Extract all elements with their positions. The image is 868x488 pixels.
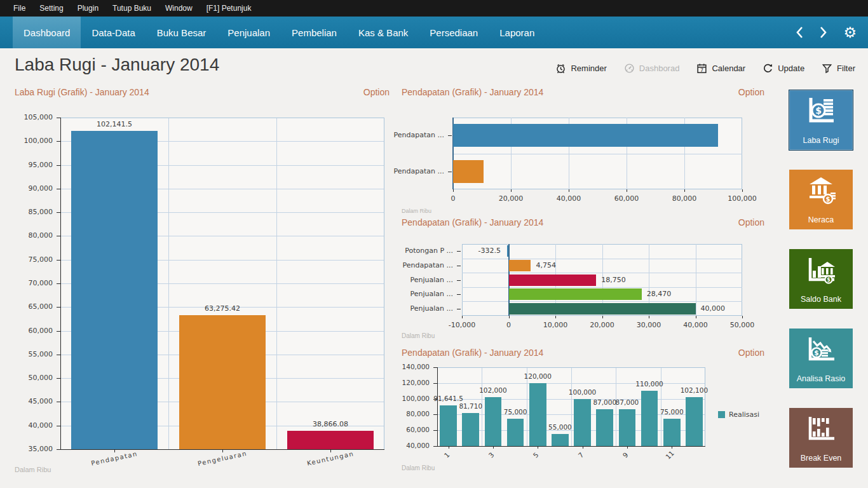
dashborad-button[interactable]: Dashborad [624,63,680,74]
nav-tab-buku-besar[interactable]: Buku Besar [146,17,217,48]
bar-value-label: 18,750 [601,276,626,284]
y-tick-label: 65,000 [11,302,53,311]
x-tick-label: 5 [526,445,545,464]
tile-break-even[interactable]: Break Even [789,408,853,468]
plot-border-right [384,118,384,449]
tile-saldo-bank[interactable]: $Saldo Bank [789,249,853,309]
svg-text:$: $ [826,196,831,203]
chart-title: Pendapatan (Grafik) - January 2014 [402,87,543,97]
row-separator [453,154,742,154]
chart-option-link[interactable]: Option [363,87,390,97]
plot-border-top [453,118,742,118]
menu-item-file[interactable]: File [6,0,32,17]
x-tick-label: 20,000 [482,194,539,203]
page-title: Laba Rugi - January 2014 [15,55,219,75]
x-tickmark [462,316,463,318]
tile-analisa-rasio[interactable]: $Analisa Rasio [789,329,853,388]
bar-pendapatan-2[interactable] [453,160,484,183]
calendar-button[interactable]: 7Calendar [696,63,745,74]
nav-tab-laporan[interactable]: Laporan [489,17,545,48]
chevron-right-icon[interactable] [819,26,828,39]
y-tick-label: 60,000 [391,426,430,433]
bar-value-label: 102,000 [455,386,531,394]
tile-neraca[interactable]: $Neraca [789,170,853,229]
chart-option-link[interactable]: Option [738,217,764,227]
bar-potongan-p-1[interactable] [507,245,508,257]
y-category-label: Penjualan ... [397,304,453,313]
bar-pengeluaran[interactable] [179,315,266,449]
x-tickmark [742,189,743,192]
gauge-icon [624,63,635,74]
bar-pendapatan[interactable] [71,131,158,449]
filter-button[interactable]: Filter [822,63,855,74]
y-tick-label: 40,000 [391,442,430,449]
bar-penjualan-3[interactable] [509,274,597,286]
y-tick-label: 75,000 [11,255,53,264]
reminder-button[interactable]: Reminder [555,63,606,74]
bar-3[interactable] [485,397,502,446]
y-tick-label: 100,000 [11,137,53,145]
nav-tab-penjualan[interactable]: Penjualan [217,17,281,48]
bar-pendapatan-1[interactable] [453,124,718,147]
bank-coin-icon: $ [789,175,853,207]
chart-plot: -10,000010,00020,00030,00040,00050,000Po… [462,244,742,316]
legend-swatch [718,411,725,418]
chart-title: Laba Rugi (Grafik) - January 2014 [15,87,149,97]
chart-plot: 35,00040,00045,00050,00055,00060,00065,0… [60,118,384,449]
toolbar-button-label: Dashborad [639,64,680,73]
y-category-label: Potongan P ... [397,247,453,255]
nav-tab-kas-bank[interactable]: Kas & Bank [348,17,419,48]
bar-10[interactable] [641,391,658,446]
nav-tab-data-data[interactable]: Data-Data [81,17,146,48]
bar-1[interactable] [440,405,457,446]
chart-option-link[interactable]: Option [738,348,764,358]
menu-item-plugin[interactable]: Plugin [71,0,105,17]
chart-coin-icon: $ [789,95,853,127]
bar-8[interactable] [596,409,613,446]
menu-item-f1-petunjuk[interactable]: [F1] Petunjuk [200,0,259,17]
bar-2[interactable] [462,413,479,446]
menu-item-tutup-buku[interactable]: Tutup Buku [105,0,158,17]
bar-9[interactable] [619,409,636,446]
bar-4[interactable] [507,419,524,446]
bar-12[interactable] [686,397,703,446]
bars-bank-icon: $ [789,254,853,286]
x-tick-label: 9 [616,445,635,464]
x-tick-label: 1 [437,445,456,464]
x-tick-label: 40,000 [540,194,597,203]
bar-6[interactable] [552,434,569,446]
bar-value-label: 4,754 [536,261,556,269]
nav-tab-persediaan[interactable]: Persediaan [419,17,489,48]
menu-item-window[interactable]: Window [158,0,200,17]
tile-laba-rugi[interactable]: $Laba Rugi [789,90,853,150]
update-button[interactable]: Update [763,63,804,74]
bar-penjualan-5[interactable] [509,303,696,315]
y-tick-label: 85,000 [11,208,53,216]
bar-keuntungan[interactable] [287,431,374,449]
chart-option-link[interactable]: Option [738,87,764,97]
y-category-label: Pendapatan ... [393,167,444,175]
plot-border-right [705,367,705,446]
x-tickmark [627,189,627,192]
nav-tab-dashboard[interactable]: Dashboard [13,17,81,48]
bar-pendapatan-2[interactable] [509,260,531,271]
nav-right-icons: ⚙ [795,17,857,48]
bar-11[interactable] [663,419,681,446]
chart-laba-rugi-grafik: Laba Rugi (Grafik) - January 2014 Option… [15,87,390,484]
x-tick-label: 3 [482,445,501,464]
nav-tab-pembelian[interactable]: Pembelian [281,17,348,48]
bar-value-label: 40,000 [701,304,726,313]
bar-7[interactable] [574,399,591,446]
bar-5[interactable] [529,383,546,446]
y-tick-label: 35,000 [11,445,53,453]
plot-border-top [60,118,384,118]
chart-legend: Realisasi [718,410,759,419]
x-tickmark [453,189,454,192]
y-tick-label: 95,000 [11,161,53,169]
gear-icon[interactable]: ⚙ [843,25,857,40]
bar-penjualan-4[interactable] [509,288,642,300]
menu-item-setting[interactable]: Setting [32,0,70,17]
chart-footnote: Dalam Ribu [402,464,435,471]
y-category-label: Pendapatan ... [393,131,444,139]
chevron-left-icon[interactable] [795,26,804,39]
